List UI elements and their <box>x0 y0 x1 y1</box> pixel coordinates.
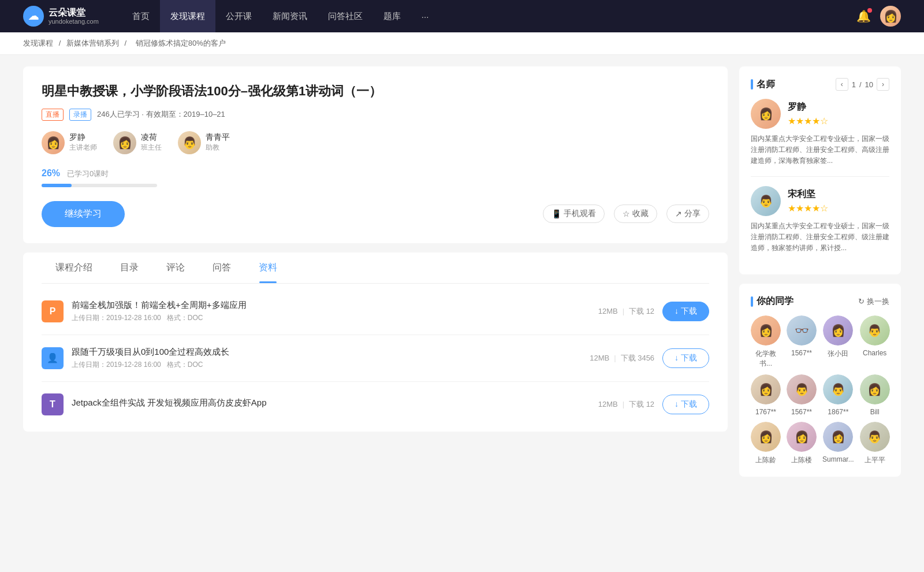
sidebar-teacher-1-avatar: 👩 <box>751 99 781 129</box>
refresh-button[interactable]: ↻ 换一换 <box>858 296 889 307</box>
nav-more[interactable]: ··· <box>411 0 439 32</box>
page-nav: ‹ 1 / 10 › <box>836 78 889 91</box>
file-info-1: 前端全栈加强版！前端全栈+全周期+多端应用 上传日期：2019-12-28 16… <box>72 300 590 323</box>
tab-review[interactable]: 评论 <box>152 252 199 283</box>
page-next-button[interactable]: › <box>877 78 889 91</box>
file-item: 👤 跟随千万级项目从0到100全过程高效成长 上传日期：2019-12-28 1… <box>42 335 709 382</box>
classmate-6[interactable]: 👨 1567** <box>787 374 817 416</box>
sidebar-teacher-2-desc: 国内某重点大学安全工程专业硕士，国家一级注册消防工程师、注册安全工程师、级注册建… <box>751 221 889 254</box>
nav-right: 🔔 👩 <box>856 6 901 27</box>
classmate-3-name: 张小田 <box>828 349 848 359</box>
file-stats-2: 12MB | 下载 3456 <box>590 353 654 363</box>
classmate-8[interactable]: 👩 Bill <box>860 374 890 416</box>
classmate-3[interactable]: 👩 张小田 <box>822 315 854 369</box>
teacher-3: 👨 青青平 助教 <box>178 131 230 154</box>
file-stats-1: 12MB | 下载 12 <box>598 306 654 317</box>
divider <box>751 176 889 177</box>
refresh-icon: ↻ <box>858 297 865 306</box>
teacher-3-name: 青青平 <box>206 132 230 143</box>
classmate-11[interactable]: 👩 Summar... <box>822 422 854 465</box>
teacher-3-avatar: 👨 <box>178 131 201 154</box>
tab-qa[interactable]: 问答 <box>199 252 245 283</box>
classmate-7-avatar: 👨 <box>823 374 853 404</box>
classmate-6-avatar: 👨 <box>787 374 817 404</box>
logo[interactable]: ☁ 云朵课堂 yundoketang.com <box>23 6 99 27</box>
classmate-2[interactable]: 👓 1567** <box>787 315 817 369</box>
classmate-8-avatar: 👩 <box>860 374 890 404</box>
teacher-1-avatar: 👩 <box>42 131 65 154</box>
sidebar-teacher-2-avatar: 👨 <box>751 186 781 216</box>
classmate-1-name: 化学教书... <box>751 349 781 369</box>
file-info-3: Jetpack全组件实战 开发短视频应用高仿皮皮虾App <box>72 398 590 411</box>
file-info-2: 跟随千万级项目从0到100全过程高效成长 上传日期：2019-12-28 16:… <box>72 347 582 370</box>
avatar-image: 👩 <box>880 6 901 27</box>
classmate-6-name: 1567** <box>791 408 812 416</box>
breadcrumb-item-2[interactable]: 新媒体营销系列 <box>66 39 119 47</box>
classmate-2-name: 1567** <box>791 349 812 357</box>
bell-icon[interactable]: 🔔 <box>856 9 871 23</box>
classmate-12-avatar: 👨 <box>860 422 890 452</box>
classmate-12[interactable]: 👨 上平平 <box>860 422 890 465</box>
classmate-4[interactable]: 👨 Charles <box>860 315 890 369</box>
progress-sub: 已学习0课时 <box>67 169 109 178</box>
navbar: ☁ 云朵课堂 yundoketang.com 首页 发现课程 公开课 新闻资讯 … <box>0 0 924 32</box>
sidebar-teacher-2-name: 宋利坚 <box>788 188 828 200</box>
nav-open[interactable]: 公开课 <box>215 0 262 32</box>
classmates-header: 你的同学 ↻ 换一换 <box>751 295 889 307</box>
classmate-5[interactable]: 👩 1767** <box>751 374 781 416</box>
classmate-1[interactable]: 👩 化学教书... <box>751 315 781 369</box>
user-avatar[interactable]: 👩 <box>880 6 901 27</box>
classmates-card: 你的同学 ↻ 换一换 👩 化学教书... 👓 <box>739 284 901 477</box>
sidebar: 名师 ‹ 1 / 10 › 👩 罗静 ★★★★☆ <box>739 66 901 486</box>
sidebar-teacher-1-stars: ★★★★☆ <box>788 116 828 127</box>
collect-button[interactable]: ☆ 收藏 <box>614 205 657 223</box>
file-name-1: 前端全栈加强版！前端全栈+全周期+多端应用 <box>72 300 590 311</box>
teachers-card-title: 名师 <box>751 79 775 91</box>
nav-quiz[interactable]: 题库 <box>373 0 411 32</box>
download-button-1[interactable]: ↓ 下载 <box>662 302 709 321</box>
teachers-card-header: 名师 ‹ 1 / 10 › <box>751 78 889 91</box>
classmate-11-name: Summar... <box>822 455 854 463</box>
tab-resources[interactable]: 资料 <box>245 252 291 283</box>
file-icon-3: T <box>42 393 64 415</box>
page-current: 1 <box>852 80 856 89</box>
content-area: 明星中教授课，小学阶段语法100分–强化级第1讲动词（一） 直播 录播 246人… <box>23 66 728 486</box>
nav-news[interactable]: 新闻资讯 <box>262 0 318 32</box>
classmate-8-name: Bill <box>870 408 880 416</box>
classmate-9[interactable]: 👩 上陈龄 <box>751 422 781 465</box>
classmate-10-name: 上陈楼 <box>791 455 812 465</box>
download-button-2[interactable]: ↓ 下载 <box>662 348 709 368</box>
mobile-view-button[interactable]: 📱 手机观看 <box>543 205 605 223</box>
page-prev-button[interactable]: ‹ <box>836 78 848 91</box>
share-icon: ↗ <box>675 209 682 218</box>
classmate-10[interactable]: 👩 上陈楼 <box>787 422 817 465</box>
continue-learning-button[interactable]: 继续学习 <box>42 201 125 227</box>
classmate-7[interactable]: 👨 1867** <box>822 374 854 416</box>
breadcrumb-item-1[interactable]: 发现课程 <box>23 39 53 47</box>
nav-home[interactable]: 首页 <box>122 0 160 32</box>
nav-qa[interactable]: 问答社区 <box>318 0 373 32</box>
classmate-4-avatar: 👨 <box>860 315 890 346</box>
sidebar-teacher-1: 👩 罗静 ★★★★☆ 国内某重点大学安全工程专业硕士，国家一级注册消防工程师、注… <box>751 99 889 167</box>
tab-catalog[interactable]: 目录 <box>106 252 152 283</box>
bell-dot <box>867 8 872 13</box>
main-container: 明星中教授课，小学阶段语法100分–强化级第1讲动词（一） 直播 录播 246人… <box>0 55 924 497</box>
action-links: 📱 手机观看 ☆ 收藏 ↗ 分享 <box>543 205 709 223</box>
progress-bar <box>42 184 157 187</box>
tag-recorded: 录播 <box>69 109 91 121</box>
nav-discover[interactable]: 发现课程 <box>160 0 215 32</box>
teachers-row: 👩 罗静 主讲老师 👩 凌荷 班主任 <box>42 131 709 154</box>
tab-intro[interactable]: 课程介绍 <box>42 252 106 283</box>
sidebar-teacher-2: 👨 宋利坚 ★★★★☆ 国内某重点大学安全工程专业硕士，国家一级注册消防工程师、… <box>751 186 889 254</box>
teacher-3-role: 助教 <box>206 143 230 153</box>
classmate-7-name: 1867** <box>828 408 848 416</box>
share-button[interactable]: ↗ 分享 <box>666 205 709 223</box>
course-card: 明星中教授课，小学阶段语法100分–强化级第1讲动词（一） 直播 录播 246人… <box>23 66 728 243</box>
sidebar-teacher-1-desc: 国内某重点大学安全工程专业硕士，国家一级注册消防工程师、注册安全工程师、高级注册… <box>751 133 889 167</box>
classmate-9-name: 上陈龄 <box>755 455 776 465</box>
classmate-4-name: Charles <box>863 349 886 357</box>
classmate-3-avatar: 👩 <box>823 315 853 346</box>
download-button-3[interactable]: ↓ 下载 <box>662 395 709 414</box>
teacher-2-avatar: 👩 <box>113 131 136 154</box>
course-title: 明星中教授课，小学阶段语法100分–强化级第1讲动词（一） <box>42 83 709 101</box>
